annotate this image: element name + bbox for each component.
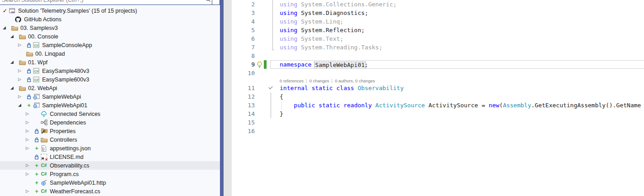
tree-item-observability-cs[interactable]: ▷+C#Observability.cs (0, 161, 220, 170)
lock-icon (33, 137, 40, 143)
tree-expanded-arrow-icon[interactable] (18, 104, 26, 107)
cs-icon: C# (40, 172, 48, 177)
tree-item-license-md[interactable]: ✕LICENSE.md (0, 153, 220, 161)
breakpoint-margin[interactable] (224, 0, 232, 196)
tree-item-properties[interactable]: ▷Properties (0, 127, 220, 135)
code-line-9[interactable]: 9namespace SampleWebApi01; (232, 60, 644, 69)
track-changes-margin (264, 101, 267, 110)
codelens-link[interactable]: 0 references (280, 78, 304, 83)
tree-collapsed-arrow-icon[interactable]: ▷ (26, 120, 33, 124)
code-line-5[interactable]: 5using System.Reflection; (232, 26, 644, 34)
code-line-6[interactable]: 6using System.Text; (232, 34, 644, 43)
tree-item-program-cs[interactable]: ▷+C#Program.cs (0, 170, 220, 178)
lock-icon (33, 129, 40, 134)
tree-expanded-arrow-icon[interactable] (10, 35, 18, 38)
search-options-button[interactable] (212, 0, 219, 5)
tree-expanded-arrow-icon[interactable] (10, 86, 18, 90)
track-changes-margin (264, 127, 267, 135)
codelens-separator: | (304, 78, 310, 83)
tree-item-00-linqpad[interactable]: 00. Linqpad (0, 49, 220, 58)
indent-guide (281, 101, 282, 110)
code-line-14[interactable]: 14} (232, 110, 644, 118)
folder-icon (40, 137, 48, 143)
code-text: { (275, 92, 283, 101)
lock-icon (26, 77, 32, 82)
tree-collapsed-arrow-icon[interactable]: ▷ (18, 77, 26, 81)
code-token: new (489, 102, 499, 109)
code-token: Observability (358, 85, 404, 91)
quick-actions-lightbulb-icon[interactable] (255, 61, 264, 68)
lock-icon (26, 68, 32, 74)
tree-item-github-actions[interactable]: GitHub Actions (0, 15, 220, 24)
outlining-collapse-chevron-icon[interactable] (267, 84, 275, 92)
tree-item-samplewebapi[interactable]: ▷SampleWebApi (0, 92, 220, 101)
code-line-3[interactable]: 3using System.Diagnostics; (232, 9, 644, 17)
tree-item-dependencies[interactable]: ▷Dependencies (0, 118, 220, 127)
tree-collapsed-arrow-icon[interactable]: ▷ (26, 129, 33, 133)
track-changes-margin (264, 118, 267, 127)
tree-item-appsettings-json[interactable]: ▷+{}appsettings.json (0, 144, 220, 153)
tree-item-label: Program.cs (50, 171, 79, 177)
code-line-8[interactable]: 8 (232, 52, 644, 60)
tree-item-03-samplesv3[interactable]: 03. Samplesv3 (0, 24, 220, 32)
solution-explorer-search-input[interactable]: Search Solution Explorer (Ctrl+;) (0, 0, 220, 5)
codelens-link[interactable]: 0 authors, 0 changes (335, 78, 375, 83)
tree-item-weatherforecast-cs[interactable]: ▷+C#WeatherForecast.cs (0, 187, 220, 196)
code-line-15[interactable]: 15 (232, 118, 644, 127)
code-line-13[interactable]: 13 public static readonly ActivitySource… (232, 101, 644, 110)
tree-item-samplewebapi01-http[interactable]: +SampleWebApi01.http (0, 178, 220, 187)
tree-collapsed-arrow-icon[interactable]: ▷ (26, 189, 33, 193)
outlining-margin (267, 17, 275, 26)
code-text: using System.Collections.Generic; (275, 0, 396, 9)
folder-wrench-icon (40, 128, 48, 134)
code-line-16[interactable]: 16 (232, 127, 644, 135)
folder-icon (18, 34, 26, 39)
tree-item-easysample480v3[interactable]: ▷C#EasySample480v3 (0, 67, 220, 75)
webproj-icon (32, 102, 40, 108)
tree-item-02-webapi[interactable]: 02. WebApi (0, 84, 220, 92)
line-number: 13 (232, 101, 255, 110)
codelens-link[interactable]: 0 changes (309, 78, 329, 83)
code-token: public (294, 102, 315, 109)
tree-expanded-arrow-icon[interactable] (10, 61, 18, 64)
code-line-4[interactable]: 4using System.Linq; (232, 17, 644, 26)
code-token: { (280, 93, 283, 100)
tree-item-solution-telemetry-samples-15-of-15-projects[interactable]: ✓∞Solution 'Telemetry.Samples' (15 of 15… (0, 6, 220, 15)
tree-collapsed-arrow-icon[interactable]: ▷ (26, 163, 33, 167)
code-line-11[interactable]: 11internal static class Observability (232, 84, 644, 92)
tree-item-samplewebapi01[interactable]: +SampleWebApi01 (0, 101, 220, 110)
tree-item-sampleconsoleapp[interactable]: ▷C#SampleConsoleApp (0, 41, 220, 49)
code-text: using System.Diagnostics; (275, 9, 368, 17)
code-line-2[interactable]: 2using System.Collections.Generic; (232, 0, 644, 9)
tree-expanded-arrow-icon[interactable] (3, 26, 10, 29)
code-token: static (311, 85, 333, 91)
code-text: using System.Threading.Tasks; (275, 43, 382, 52)
code-line-12[interactable]: 12{ (232, 92, 644, 101)
tree-item-easysample600v3[interactable]: ▷C#EasySample600v3 (0, 75, 220, 84)
code-token: ActivitySource = (425, 102, 489, 109)
outlining-margin (267, 127, 275, 135)
tree-collapsed-arrow-icon[interactable]: ▷ (26, 146, 33, 150)
lock-icon (33, 154, 40, 160)
tree-item-connected-services[interactable]: ▷Connected Services (0, 110, 220, 118)
tree-collapsed-arrow-icon[interactable]: ▷ (18, 95, 26, 99)
code-token: readonly (343, 102, 372, 109)
tree-item-controllers[interactable]: ▷Controllers (0, 135, 220, 144)
code-line-7[interactable]: 7using System.Threading.Tasks; (232, 43, 644, 52)
tree-item-label: GitHub Actions (24, 16, 62, 23)
tree-collapsed-arrow-icon[interactable]: ▷ (18, 69, 26, 73)
tree-item-00-console[interactable]: 00. Console (0, 32, 220, 41)
lock-icon (26, 94, 32, 100)
magnifier-icon (205, 0, 211, 4)
code-line-10[interactable]: 10 (232, 69, 644, 77)
highlighted-symbol: SampleWebApi01 (314, 62, 366, 69)
tree-collapsed-arrow-icon[interactable]: ▷ (26, 138, 33, 142)
tree-item-01-wpf[interactable]: 01. Wpf (0, 58, 220, 67)
code-token: using (280, 44, 297, 51)
tree-collapsed-arrow-icon[interactable]: ▷ (26, 112, 33, 116)
code-token: using (280, 18, 297, 25)
tree-collapsed-arrow-icon[interactable]: ▷ (18, 43, 26, 47)
source-control-check-icon: ✓ (2, 8, 8, 14)
code-token: } (280, 110, 283, 117)
tree-collapsed-arrow-icon[interactable]: ▷ (26, 172, 33, 176)
